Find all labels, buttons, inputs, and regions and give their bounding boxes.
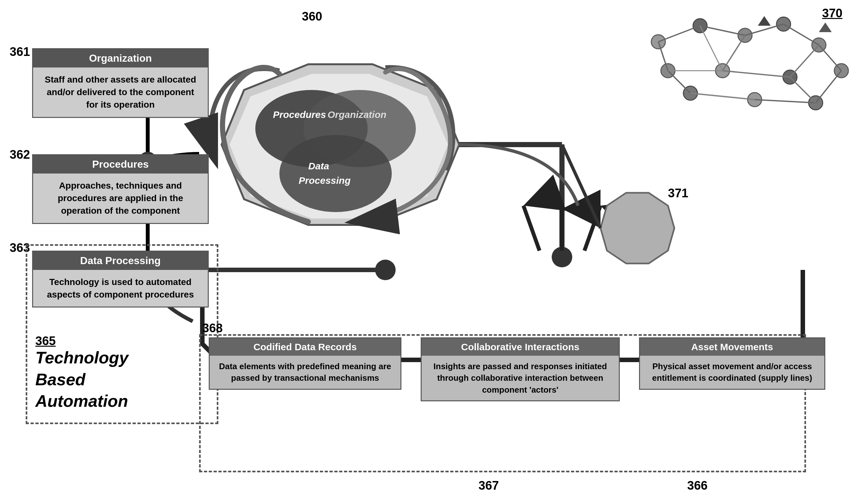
organization-header: Organization <box>33 49 208 68</box>
ref-360: 360 <box>302 10 322 23</box>
svg-line-37 <box>722 71 790 77</box>
diagram-container: 361 Organization Staff and other assets … <box>0 0 868 499</box>
ref-366: 366 <box>687 479 707 492</box>
collaborative-body: Insights are passed and responses initia… <box>422 356 619 400</box>
ref-361: 361 <box>10 45 30 59</box>
tba-text-block: Technology Based Automation <box>35 347 128 412</box>
processing-label: Processing <box>299 175 351 186</box>
svg-line-35 <box>658 42 668 71</box>
svg-line-27 <box>700 26 745 35</box>
data-processing-body: Technology is used to automated aspects … <box>33 270 208 306</box>
codified-box: Codified Data Records Data elements with… <box>209 337 401 390</box>
svg-line-34 <box>668 71 690 93</box>
ref-367: 367 <box>478 479 499 492</box>
svg-line-32 <box>755 100 816 103</box>
svg-marker-24 <box>758 16 771 26</box>
svg-point-9 <box>552 247 572 267</box>
codified-header: Codified Data Records <box>210 338 400 356</box>
data-processing-header: Data Processing <box>33 252 208 270</box>
svg-point-11 <box>375 260 395 280</box>
organization-body: Staff and other assets are allocated and… <box>33 68 208 117</box>
organization-label: Organization <box>328 109 386 120</box>
data-processing-box: Data Processing Technology is used to au… <box>32 251 209 307</box>
svg-point-14 <box>738 28 752 42</box>
organization-box: Organization Staff and other assets are … <box>32 48 209 118</box>
tba-line3: Automation <box>35 390 128 412</box>
ref-362: 362 <box>10 148 30 162</box>
asset-movements-header: Asset Movements <box>640 338 824 356</box>
svg-line-42 <box>690 93 755 100</box>
procedures-label: Procedures <box>273 109 326 120</box>
svg-point-23 <box>661 64 675 78</box>
svg-marker-10 <box>601 193 674 264</box>
svg-point-15 <box>777 17 791 31</box>
ref-371: 371 <box>668 186 688 200</box>
svg-point-5 <box>279 135 392 212</box>
svg-marker-25 <box>819 23 832 32</box>
svg-line-38 <box>790 45 819 77</box>
svg-line-26 <box>658 26 700 42</box>
procedures-header: Procedures <box>33 155 208 173</box>
svg-point-22 <box>683 86 697 100</box>
svg-point-16 <box>812 38 826 52</box>
data-label: Data <box>308 161 329 172</box>
svg-line-33 <box>690 93 755 100</box>
svg-line-29 <box>783 24 819 45</box>
svg-point-21 <box>716 64 730 78</box>
asset-movements-box: Asset Movements Physical asset movement … <box>639 337 825 390</box>
svg-line-39 <box>790 77 816 103</box>
procedures-box: Procedures Approaches, techniques and pr… <box>32 154 209 224</box>
ref-370: 370 <box>822 7 842 20</box>
svg-line-36 <box>722 35 745 71</box>
tba-line1: Technology <box>35 347 128 369</box>
svg-line-40 <box>700 26 722 71</box>
ref-368: 368 <box>202 321 223 335</box>
svg-point-13 <box>693 19 707 33</box>
asset-movements-body: Physical asset movement and/or access en… <box>640 356 824 389</box>
collaborative-header: Collaborative Interactions <box>422 338 619 356</box>
svg-marker-2 <box>230 74 448 219</box>
svg-point-17 <box>783 70 797 84</box>
svg-point-3 <box>255 90 368 167</box>
svg-line-31 <box>816 71 841 103</box>
codified-body: Data elements with predefined meaning ar… <box>210 356 400 389</box>
svg-line-28 <box>745 24 783 35</box>
svg-point-19 <box>808 96 823 110</box>
svg-line-30 <box>819 45 841 71</box>
svg-point-20 <box>834 64 848 78</box>
svg-point-4 <box>303 90 416 167</box>
ref-365: 365 <box>35 334 55 348</box>
svg-point-18 <box>747 93 762 107</box>
svg-marker-1 <box>222 64 459 225</box>
svg-point-12 <box>651 35 665 49</box>
procedures-body: Approaches, techniques and procedures ar… <box>33 173 208 223</box>
tba-line2: Based <box>35 369 128 391</box>
collaborative-box: Collaborative Interactions Insights are … <box>421 337 620 401</box>
